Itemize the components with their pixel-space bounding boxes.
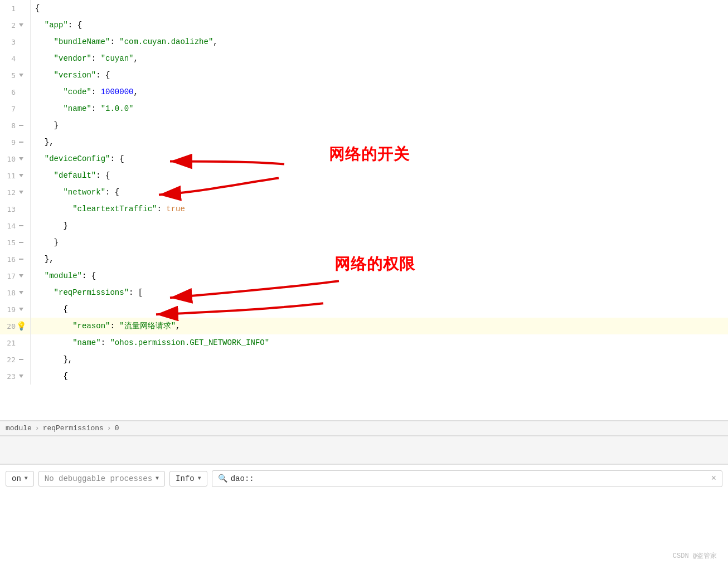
code-text: }, xyxy=(31,251,728,268)
search-text: dao:: xyxy=(231,474,708,483)
line-number: 3 xyxy=(0,38,16,46)
line-number: 5 xyxy=(0,71,16,80)
line-number: 13 xyxy=(0,205,16,213)
breadcrumb-reqpermissions: reqPermissions xyxy=(43,424,104,432)
code-text: } xyxy=(31,117,728,134)
code-text: "module": { xyxy=(31,268,728,284)
process-chevron-icon: ▼ xyxy=(156,475,159,482)
device-dropdown[interactable]: on ▼ xyxy=(6,471,34,487)
code-text: "reqPermissions": [ xyxy=(31,284,728,301)
code-text: "version": { xyxy=(31,67,728,84)
line-number: 2 xyxy=(0,21,16,30)
code-text: { xyxy=(31,368,728,385)
line-row: 5 "version": { xyxy=(0,67,728,84)
code-text: } xyxy=(31,234,728,251)
process-label: No debuggable processes xyxy=(45,474,152,483)
line-number: 7 xyxy=(0,105,16,113)
line-number: 12 xyxy=(0,188,16,197)
breadcrumb-index: 0 xyxy=(115,424,119,432)
line-row: 14 } xyxy=(0,217,728,234)
line-row: 6 "code": 1000000, xyxy=(0,84,728,100)
fold-open-icon[interactable] xyxy=(19,174,23,177)
code-editor: 1{2 "app": {3 "bundleName": "com.cuyan.d… xyxy=(0,0,728,421)
line-number: 17 xyxy=(0,272,16,280)
search-box[interactable]: 🔍 dao:: × xyxy=(212,470,722,487)
line-number: 1 xyxy=(0,4,16,13)
fold-open-icon[interactable] xyxy=(19,191,23,194)
code-text: "reason": "流量网络请求", xyxy=(31,318,728,334)
line-number: 22 xyxy=(0,356,16,364)
line-number: 19 xyxy=(0,305,16,314)
fold-dash-icon xyxy=(19,225,23,226)
level-label: Info xyxy=(176,474,195,483)
line-number: 11 xyxy=(0,172,16,180)
line-row: 4 "vendor": "cuyan", xyxy=(0,50,728,67)
breadcrumb-sep1: › xyxy=(35,424,40,432)
breadcrumb-module: module xyxy=(6,424,32,432)
fold-dash-icon xyxy=(19,242,23,243)
line-number: 9 xyxy=(0,138,16,147)
code-text: { xyxy=(31,0,728,17)
fold-open-icon[interactable] xyxy=(19,157,23,161)
line-row: 11 "default": { xyxy=(0,167,728,184)
line-row: 9 }, xyxy=(0,134,728,150)
line-row: 12 "network": { xyxy=(0,184,728,201)
line-row: 21 "name": "ohos.permission.GET_NETWORK_… xyxy=(0,334,728,351)
fold-open-icon[interactable] xyxy=(19,375,23,378)
lightbulb-icon[interactable]: 💡 xyxy=(16,321,27,332)
line-number: 6 xyxy=(0,88,16,96)
line-row: 17 "module": { xyxy=(0,268,728,284)
line-number: 8 xyxy=(0,121,16,130)
search-icon: 🔍 xyxy=(218,474,227,483)
line-row: 19 { xyxy=(0,301,728,318)
line-row: 3 "bundleName": "com.cuyan.daolizhe", xyxy=(0,33,728,50)
fold-open-icon[interactable] xyxy=(19,23,23,27)
line-row: 18 "reqPermissions": [ xyxy=(0,284,728,301)
bottom-area xyxy=(0,492,728,569)
toolbar: on ▼ No debuggable processes ▼ Info ▼ 🔍 … xyxy=(0,464,728,492)
code-text: }, xyxy=(31,134,728,150)
code-text: "bundleName": "com.cuyan.daolizhe", xyxy=(31,33,728,50)
fold-dash-icon xyxy=(19,142,23,143)
line-number: 16 xyxy=(0,255,16,264)
process-dropdown[interactable]: No debuggable processes ▼ xyxy=(38,471,165,487)
fold-open-icon[interactable] xyxy=(19,308,23,311)
line-number: 14 xyxy=(0,222,16,230)
code-text: "default": { xyxy=(31,167,728,184)
line-number: 15 xyxy=(0,239,16,247)
line-row: 7 "name": "1.0.0" xyxy=(0,100,728,117)
code-text: { xyxy=(31,301,728,318)
fold-open-icon[interactable] xyxy=(19,274,23,278)
level-dropdown[interactable]: Info ▼ xyxy=(169,471,207,487)
close-icon[interactable]: × xyxy=(711,474,716,484)
device-chevron-icon: ▼ xyxy=(25,475,28,482)
line-number: 4 xyxy=(0,55,16,63)
fold-dash-icon xyxy=(19,359,23,360)
line-row: 15 } xyxy=(0,234,728,251)
code-text: "vendor": "cuyan", xyxy=(31,50,728,67)
line-number: 18 xyxy=(0,289,16,297)
device-label: on xyxy=(12,474,21,483)
line-row: 1{ xyxy=(0,0,728,17)
line-row: 20💡 "reason": "流量网络请求", xyxy=(0,318,728,334)
fold-dash-icon xyxy=(19,125,23,126)
fold-open-icon[interactable] xyxy=(19,291,23,294)
line-number: 20 xyxy=(0,322,16,330)
fold-dash-icon xyxy=(19,259,23,260)
line-row: 2 "app": { xyxy=(0,17,728,33)
line-row: 10 "deviceConfig": { xyxy=(0,150,728,167)
fold-open-icon[interactable] xyxy=(19,74,23,77)
line-number: 23 xyxy=(0,372,16,381)
code-text: "cleartextTraffic": true xyxy=(31,201,728,217)
code-text: "deviceConfig": { xyxy=(31,150,728,167)
code-text: }, xyxy=(31,351,728,368)
line-row: 16 }, xyxy=(0,251,728,268)
code-text: "network": { xyxy=(31,184,728,201)
line-number: 21 xyxy=(0,339,16,347)
line-number: 10 xyxy=(0,155,16,163)
status-bar: module › reqPermissions › 0 xyxy=(0,421,728,436)
line-row: 22 }, xyxy=(0,351,728,368)
code-text: "code": 1000000, xyxy=(31,84,728,100)
code-text: "app": { xyxy=(31,17,728,33)
code-text: "name": "ohos.permission.GET_NETWORK_INF… xyxy=(31,334,728,351)
